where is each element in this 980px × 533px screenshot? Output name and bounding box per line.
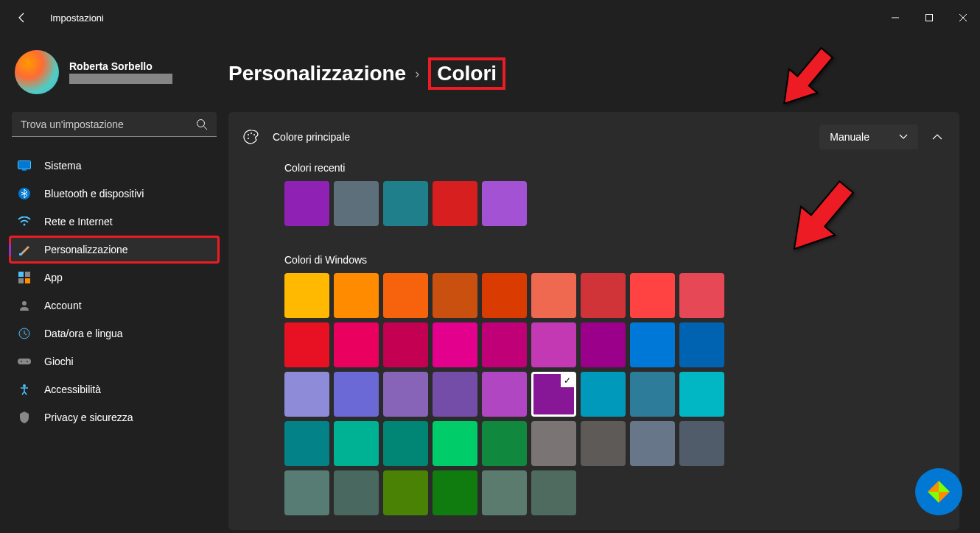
color-swatch[interactable] (284, 181, 329, 226)
svg-point-13 (22, 301, 27, 306)
color-swatch[interactable] (531, 273, 576, 318)
svg-rect-12 (25, 278, 30, 283)
color-swatch[interactable] (383, 273, 428, 318)
color-swatch[interactable] (284, 421, 329, 466)
minimize-button[interactable] (878, 6, 912, 29)
color-swatch[interactable] (482, 322, 527, 367)
svg-rect-9 (18, 272, 24, 277)
svg-point-17 (27, 361, 28, 362)
gamepad-icon (18, 355, 31, 368)
color-swatch[interactable] (630, 372, 675, 417)
color-swatch[interactable] (334, 421, 379, 466)
sidebar-item-system[interactable]: Sistema (9, 152, 220, 180)
close-button[interactable] (946, 6, 980, 29)
sidebar-item-bluetooth[interactable]: Bluetooth e dispositivi (9, 180, 220, 208)
nav-label: App (44, 272, 63, 283)
color-swatch[interactable] (383, 421, 428, 466)
recent-colors-row (284, 181, 945, 226)
color-swatch[interactable] (334, 372, 379, 417)
color-swatch[interactable] (581, 421, 626, 466)
color-swatch[interactable] (679, 322, 724, 367)
accent-mode-dropdown[interactable]: Manuale (819, 124, 918, 149)
collapse-button[interactable] (930, 130, 945, 144)
sidebar-item-accessibility[interactable]: Accessibilità (9, 375, 220, 403)
color-swatch[interactable] (284, 273, 329, 318)
monitor-icon (18, 159, 31, 172)
color-swatch[interactable] (531, 372, 576, 417)
sidebar-item-privacy[interactable]: Privacy e sicurezza (9, 403, 220, 431)
color-swatch[interactable] (284, 322, 329, 367)
svg-rect-1 (926, 15, 933, 21)
color-swatch[interactable] (334, 470, 379, 515)
recent-colors-label: Colori recenti (284, 162, 945, 174)
windows-colors-label: Colori di Windows (284, 254, 945, 266)
sidebar-item-personalization[interactable]: Personalizzazione (9, 236, 220, 264)
color-swatch[interactable] (679, 372, 724, 417)
color-swatch[interactable] (433, 273, 477, 318)
color-swatch[interactable] (433, 372, 477, 417)
color-swatch[interactable] (334, 273, 379, 318)
wifi-icon (18, 215, 31, 228)
bluetooth-icon (18, 187, 31, 200)
color-swatch[interactable] (531, 421, 576, 466)
breadcrumb-parent[interactable]: Personalizzazione (228, 62, 406, 85)
color-swatch[interactable] (581, 273, 626, 318)
color-swatch[interactable] (334, 181, 379, 226)
nav-label: Privacy e sicurezza (44, 412, 133, 423)
nav-label: Account (44, 300, 82, 311)
svg-point-18 (23, 384, 26, 387)
back-button[interactable] (15, 10, 29, 25)
sidebar-item-time-language[interactable]: Data/ora e lingua (9, 320, 220, 347)
color-swatch[interactable] (482, 470, 527, 515)
svg-point-21 (253, 134, 255, 135)
nav-list: Sistema Bluetooth e dispositivi Rete e I… (9, 152, 220, 431)
svg-marker-26 (939, 481, 950, 492)
color-swatch[interactable] (383, 181, 428, 226)
color-swatch[interactable] (531, 322, 576, 367)
svg-point-2 (197, 120, 205, 127)
color-swatch[interactable] (482, 181, 527, 226)
color-swatch[interactable] (383, 322, 428, 367)
sidebar-item-gaming[interactable]: Giochi (9, 347, 220, 375)
color-swatch[interactable] (581, 372, 626, 417)
color-swatch[interactable] (433, 421, 477, 466)
chevron-up-icon (932, 134, 942, 140)
color-swatch[interactable] (284, 470, 329, 515)
color-swatch[interactable] (630, 322, 675, 367)
color-swatch[interactable] (383, 372, 428, 417)
color-swatch[interactable] (531, 470, 576, 515)
color-swatch[interactable] (284, 372, 329, 417)
color-swatch[interactable] (383, 470, 428, 515)
chevron-down-icon (899, 134, 908, 140)
profile-block[interactable]: Roberta Sorbello (9, 35, 220, 112)
color-swatch[interactable] (482, 273, 527, 318)
sidebar-item-network[interactable]: Rete e Internet (9, 208, 220, 236)
panel-title: Colore principale (273, 131, 819, 143)
sidebar-item-apps[interactable]: App (9, 264, 220, 292)
profile-email-redacted (69, 74, 172, 84)
color-swatch[interactable] (433, 322, 477, 367)
palette-icon (243, 129, 259, 145)
panel-header: Colore principale Manuale (228, 112, 959, 162)
color-swatch[interactable] (581, 322, 626, 367)
color-swatch[interactable] (334, 322, 379, 367)
color-swatch[interactable] (630, 421, 675, 466)
sidebar-item-accounts[interactable]: Account (9, 292, 220, 320)
color-swatch[interactable] (679, 273, 724, 318)
maximize-button[interactable] (912, 6, 946, 29)
color-swatch[interactable] (433, 470, 477, 515)
color-swatch[interactable] (679, 421, 724, 466)
nav-label: Sistema (44, 160, 82, 172)
color-swatch[interactable] (482, 372, 527, 417)
search-box (12, 112, 217, 137)
brand-logo-icon (924, 477, 953, 506)
color-swatch[interactable] (482, 421, 527, 466)
apps-icon (18, 271, 31, 284)
color-swatch[interactable] (630, 273, 675, 318)
nav-label: Accessibilità (44, 384, 101, 395)
color-swatch[interactable] (433, 181, 477, 226)
svg-rect-5 (22, 169, 27, 171)
nav-label: Bluetooth e dispositivi (44, 188, 144, 200)
search-input[interactable] (12, 112, 217, 137)
brand-badge[interactable] (915, 468, 962, 515)
